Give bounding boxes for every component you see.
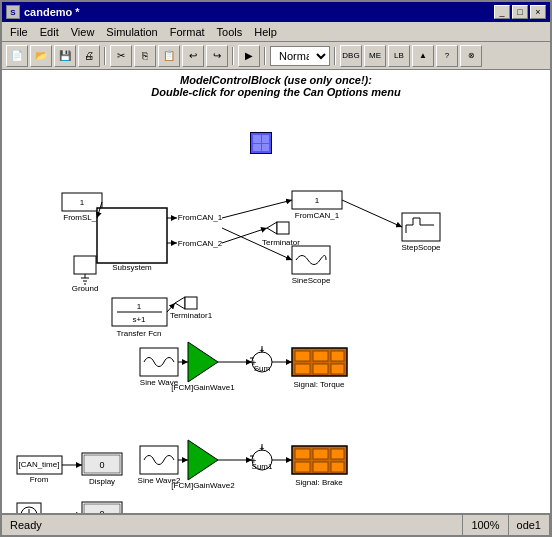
svg-marker-25 (175, 297, 185, 309)
svg-rect-78 (331, 462, 344, 472)
menu-simulation[interactable]: Simulation (100, 24, 163, 40)
header-line2: Double-click for opening the Can Options… (2, 86, 550, 98)
paste-button[interactable]: 📋 (158, 45, 180, 67)
svg-text:SineScope: SineScope (292, 276, 331, 285)
menu-bar: File Edit View Simulation Format Tools H… (2, 22, 550, 42)
svg-text:FromSL_1: FromSL_1 (108, 213, 146, 222)
svg-rect-75 (331, 449, 344, 459)
svg-text:+: + (251, 358, 256, 368)
svg-text:1: 1 (315, 196, 320, 205)
svg-rect-61 (84, 504, 120, 513)
svg-rect-42 (331, 364, 344, 374)
svg-text:Subsystem: Subsystem (112, 263, 152, 272)
redo-button[interactable]: ↪ (206, 45, 228, 67)
status-zoom: 100% (463, 515, 508, 535)
svg-rect-73 (295, 449, 310, 459)
header-line1: ModelControlBlock (use only once!): (2, 74, 550, 86)
title-bar: S candemo * _ □ × (2, 2, 550, 22)
extra-button[interactable]: ⊗ (460, 45, 482, 67)
svg-text:FromSL_2: FromSL_2 (108, 239, 146, 248)
title-bar-left: S candemo * (6, 5, 80, 19)
svg-line-101 (222, 228, 292, 260)
undo-button[interactable]: ↩ (182, 45, 204, 67)
svg-text:1: 1 (80, 198, 85, 207)
svg-text:Display: Display (89, 477, 115, 486)
svg-rect-38 (313, 351, 328, 361)
svg-text:Ground: Ground (72, 284, 99, 293)
menu-file[interactable]: File (4, 24, 34, 40)
help2-button[interactable]: ? (436, 45, 458, 67)
menu-view[interactable]: View (65, 24, 101, 40)
svg-line-96 (97, 202, 102, 218)
run-button[interactable]: ▶ (238, 45, 260, 67)
app-icon: S (6, 5, 20, 19)
sep2 (232, 47, 234, 65)
svg-rect-72 (292, 446, 347, 474)
menu-edit[interactable]: Edit (34, 24, 65, 40)
svg-rect-39 (331, 351, 344, 361)
svg-line-102 (167, 303, 175, 312)
model-explorer-button[interactable]: ME (364, 45, 386, 67)
menu-format[interactable]: Format (164, 24, 211, 40)
close-button[interactable]: × (530, 5, 546, 19)
svg-text:Signal: Brake: Signal: Brake (295, 478, 343, 487)
svg-rect-14 (74, 256, 96, 274)
svg-text:+: + (259, 346, 264, 356)
svg-rect-46 (402, 213, 440, 241)
fromsl1-label: FromSL_1 (63, 213, 101, 222)
simulink-diagram: 1 FromSL_1 FromSL_1 FromSL_2 Subsystem F… (2, 98, 538, 513)
svg-rect-51 (82, 453, 122, 475)
minimize-button[interactable]: _ (494, 5, 510, 19)
svg-rect-4 (97, 208, 167, 263)
svg-rect-36 (292, 348, 347, 376)
sep1 (104, 47, 106, 65)
svg-text:1: 1 (137, 302, 142, 311)
svg-point-68 (252, 450, 272, 470)
menu-tools[interactable]: Tools (211, 24, 249, 40)
header-block[interactable]: ModelControlBlock (use only once!): Doub… (2, 70, 550, 100)
debug-button[interactable]: DBG (340, 45, 362, 67)
svg-rect-44 (292, 246, 330, 274)
svg-text:s+1: s+1 (132, 315, 146, 324)
maximize-button[interactable]: □ (512, 5, 528, 19)
svg-rect-28 (140, 348, 178, 376)
svg-marker-11 (267, 222, 277, 234)
cut-button[interactable]: ✂ (110, 45, 132, 67)
svg-marker-66 (188, 440, 218, 480)
sep4 (334, 47, 336, 65)
print-button[interactable]: 🖨 (78, 45, 100, 67)
svg-rect-8 (292, 191, 342, 209)
svg-marker-30 (188, 342, 218, 382)
library-button[interactable]: LB (388, 45, 410, 67)
copy-button[interactable]: ⎘ (134, 45, 156, 67)
svg-text:Sine Wave: Sine Wave (140, 378, 179, 387)
svg-rect-40 (295, 364, 310, 374)
svg-rect-55 (17, 503, 41, 513)
build-button[interactable]: ▲ (412, 45, 434, 67)
svg-rect-48 (17, 456, 62, 474)
svg-rect-52 (84, 455, 120, 473)
svg-rect-20 (112, 298, 167, 326)
svg-text:[FCM]GainWave2: [FCM]GainWave2 (171, 481, 235, 490)
status-ready-text: Ready (10, 519, 42, 531)
svg-text:FromCAN_1: FromCAN_1 (295, 211, 340, 220)
svg-text:Terminator1: Terminator1 (170, 311, 213, 320)
svg-text:Transfer Fcn: Transfer Fcn (116, 329, 161, 338)
svg-line-100 (222, 228, 267, 243)
svg-text:From: From (30, 475, 49, 484)
menu-help[interactable]: Help (248, 24, 283, 40)
status-bar: Ready 100% ode1 (2, 513, 550, 535)
svg-text:FromCAN_1: FromCAN_1 (178, 213, 223, 222)
status-solver: ode1 (509, 515, 550, 535)
svg-text:0: 0 (99, 460, 104, 470)
new-button[interactable]: 📄 (6, 45, 28, 67)
title-bar-controls: _ □ × (494, 5, 546, 19)
svg-text:StepScope: StepScope (401, 243, 441, 252)
svg-line-114 (342, 200, 402, 227)
open-button[interactable]: 📂 (30, 45, 52, 67)
svg-rect-76 (295, 462, 310, 472)
simulation-mode-dropdown[interactable]: Normal Accelerator (270, 46, 330, 66)
svg-text:[CAN_time]: [CAN_time] (19, 460, 60, 469)
save-button[interactable]: 💾 (54, 45, 76, 67)
model-control-block-icon[interactable] (250, 132, 272, 154)
